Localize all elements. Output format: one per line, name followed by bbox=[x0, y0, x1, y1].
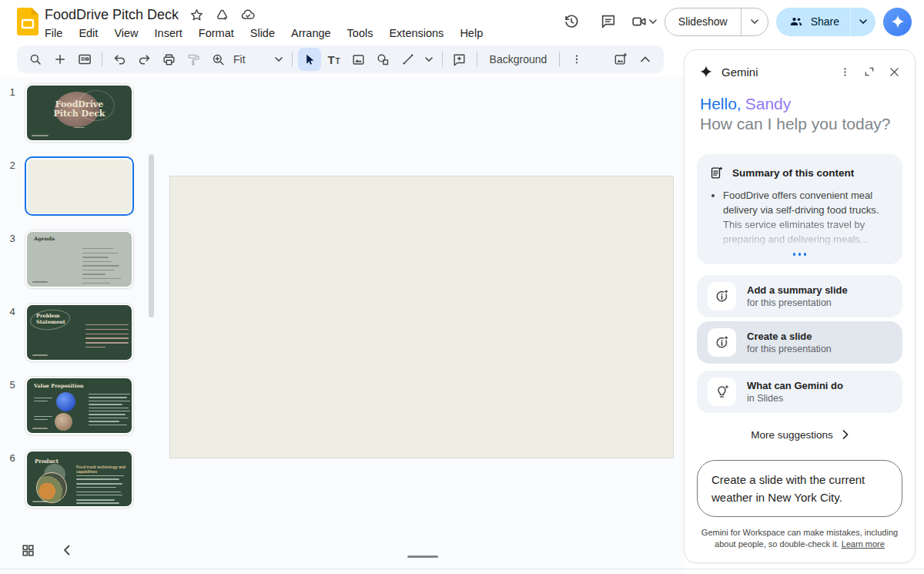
slide-thumbnail-5[interactable]: Value Proposition bbox=[25, 376, 134, 435]
gemini-spark-icon bbox=[698, 64, 714, 79]
meet-camera-button[interactable] bbox=[631, 13, 657, 30]
more-options-kebab-icon[interactable] bbox=[565, 48, 588, 71]
filmstrip-row-2: 2 bbox=[0, 156, 162, 216]
insert-image-icon[interactable] bbox=[347, 48, 370, 71]
gemini-close-icon[interactable] bbox=[884, 62, 904, 82]
collapse-toolbar-icon[interactable] bbox=[634, 48, 657, 71]
summary-card-title: Summary of this content bbox=[732, 167, 854, 179]
document-status-cloud-icon[interactable] bbox=[240, 7, 256, 22]
comments-icon[interactable] bbox=[594, 7, 623, 36]
lightbulb-sparkle-icon bbox=[708, 378, 736, 406]
slide-magic-icon bbox=[708, 328, 736, 357]
slide5-tan-circle bbox=[55, 413, 72, 431]
zoom-select[interactable]: Fit bbox=[230, 53, 250, 65]
slides-app-icon[interactable] bbox=[17, 8, 38, 35]
menu-edit[interactable]: Edit bbox=[79, 27, 98, 39]
menu-bar: File Edit View Insert Format Slide Arran… bbox=[45, 27, 483, 39]
slide-thumbnail-2-selected[interactable] bbox=[25, 156, 134, 216]
line-caret-icon[interactable] bbox=[420, 57, 437, 62]
suggestion-what-can-gemini-do[interactable]: What can Gemini do in Slides bbox=[697, 371, 902, 413]
slide-number: 6 bbox=[0, 449, 25, 509]
text-box-icon[interactable]: TT bbox=[323, 48, 346, 71]
slideshow-caret-icon[interactable] bbox=[742, 8, 768, 35]
slide-canvas[interactable] bbox=[169, 176, 674, 458]
summary-bullet-list: FoodDrive offers convenient meal deliver… bbox=[723, 189, 890, 247]
menu-help[interactable]: Help bbox=[460, 27, 483, 39]
greeting-user-name: Sandy bbox=[745, 95, 792, 112]
background-button[interactable]: Background bbox=[482, 48, 555, 71]
collapse-filmstrip-chevron-icon[interactable] bbox=[55, 539, 77, 561]
more-suggestions-button[interactable]: More suggestions bbox=[685, 429, 915, 441]
star-icon[interactable] bbox=[189, 8, 204, 22]
insert-line-icon[interactable] bbox=[397, 48, 420, 71]
panel-spacer bbox=[685, 441, 915, 461]
slide5-bullet-lines bbox=[89, 394, 130, 425]
grid-view-icon[interactable] bbox=[17, 539, 38, 561]
slideshow-button[interactable]: Slideshow bbox=[665, 8, 741, 35]
slide-thumbnail-6[interactable]: Product Food truck technology and capabi… bbox=[25, 449, 134, 509]
summarize-doc-icon bbox=[709, 166, 724, 180]
suggestion-title: Create a slide bbox=[747, 330, 832, 343]
slide1-title: FoodDrive Pitch Deck bbox=[27, 100, 132, 119]
slide-layout-icon[interactable] bbox=[73, 48, 96, 71]
title-area: FoodDrive Pitch Deck File Edit View Inse… bbox=[45, 5, 483, 39]
toolbar-divider bbox=[559, 52, 560, 67]
share-caret-icon[interactable] bbox=[851, 8, 875, 36]
add-to-drive-icon[interactable] bbox=[215, 8, 229, 22]
slideshow-split-button: Slideshow bbox=[665, 8, 768, 36]
image-sparkle-icon[interactable] bbox=[609, 48, 632, 71]
version-history-icon[interactable] bbox=[557, 7, 586, 36]
slide-number: 2 bbox=[0, 156, 25, 216]
slide3-title: Agenda bbox=[34, 236, 55, 242]
gemini-kebab-menu-icon[interactable] bbox=[835, 62, 855, 82]
zoom-in-icon[interactable] bbox=[206, 48, 229, 71]
gemini-prompt-suggestion-card[interactable]: Create a slide with the current weather … bbox=[697, 460, 902, 517]
filmstrip-scrollbar[interactable] bbox=[149, 154, 154, 317]
meet-caret-icon[interactable] bbox=[649, 19, 657, 24]
menu-format[interactable]: Format bbox=[199, 27, 234, 39]
menu-tools[interactable]: Tools bbox=[347, 27, 373, 39]
filmstrip-row-1: 1 FoodDrive Pitch Deck bbox=[0, 83, 162, 143]
slide5-label-lines-top bbox=[34, 398, 52, 401]
learn-more-link[interactable]: Learn more bbox=[842, 539, 885, 549]
menu-insert[interactable]: Insert bbox=[155, 27, 182, 39]
toolbar: Fit TT Background bbox=[17, 45, 664, 73]
menu-view[interactable]: View bbox=[114, 27, 138, 39]
share-button[interactable]: Share bbox=[776, 8, 850, 36]
workspace: 1 FoodDrive Pitch Deck 2 3 bbox=[0, 77, 684, 574]
insert-comment-icon[interactable] bbox=[448, 48, 471, 71]
slide-thumbnail-3[interactable]: Agenda bbox=[25, 230, 134, 289]
redo-button[interactable] bbox=[132, 48, 156, 71]
paint-format-icon[interactable] bbox=[182, 48, 205, 71]
new-slide-button[interactable] bbox=[49, 48, 72, 71]
summary-card[interactable]: Summary of this content FoodDrive offers… bbox=[697, 154, 902, 264]
slide-thumbnail-4[interactable]: Problem Statement bbox=[25, 303, 134, 362]
more-suggestions-label: More suggestions bbox=[751, 429, 833, 441]
undo-button[interactable] bbox=[108, 48, 131, 71]
suggestion-title: Add a summary slide bbox=[747, 284, 848, 297]
toolbar-divider bbox=[102, 52, 102, 67]
top-actions: Slideshow Share bbox=[557, 7, 912, 36]
insert-shape-icon[interactable] bbox=[372, 48, 395, 71]
window-bottom-divider bbox=[0, 569, 924, 569]
suggestion-add-summary-slide[interactable]: Add a summary slide for this presentatio… bbox=[697, 275, 902, 317]
gemini-spark-button[interactable] bbox=[883, 8, 912, 36]
print-button[interactable] bbox=[157, 48, 180, 71]
suggestion-create-a-slide[interactable]: Create a slide for this presentation bbox=[697, 321, 902, 364]
slide-thumbnail-1[interactable]: FoodDrive Pitch Deck bbox=[25, 83, 134, 143]
menu-slide[interactable]: Slide bbox=[250, 27, 275, 39]
slide-number: 5 bbox=[0, 376, 25, 435]
speaker-notes-resize-handle[interactable] bbox=[407, 556, 438, 558]
slide-number: 4 bbox=[0, 303, 25, 362]
greeting-hello: Hello, bbox=[700, 95, 742, 112]
select-tool-icon[interactable] bbox=[298, 48, 321, 71]
gemini-expand-icon[interactable] bbox=[859, 62, 879, 82]
document-title[interactable]: FoodDrive Pitch Deck bbox=[45, 7, 179, 23]
slide4-paragraph-lines bbox=[85, 324, 129, 347]
summary-expand-dots-button[interactable] bbox=[709, 247, 890, 257]
zoom-caret-icon[interactable] bbox=[270, 57, 287, 62]
menu-file[interactable]: File bbox=[45, 27, 62, 39]
menu-extensions[interactable]: Extensions bbox=[389, 27, 444, 39]
menu-arrange[interactable]: Arrange bbox=[291, 27, 331, 39]
search-menus-icon[interactable] bbox=[24, 48, 47, 71]
